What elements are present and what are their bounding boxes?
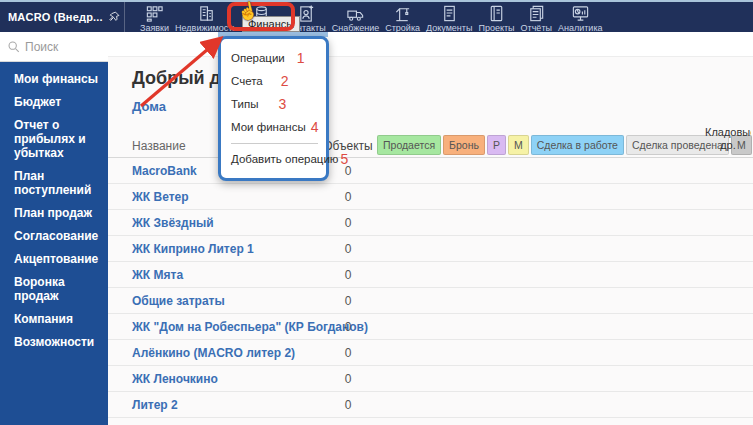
annotation-number: 2 — [281, 74, 289, 88]
top-navbar: MACRO (Внедр... Заявки Недвижимость — [0, 0, 753, 32]
sidebar-item[interactable]: Бюджет — [0, 93, 108, 111]
status-badges: Продается Бронь Р М Сделка в работе Сдел… — [377, 135, 752, 155]
annotation-number: 3 — [278, 97, 286, 111]
dropdown-menu-item[interactable]: Операции 1 — [231, 46, 326, 69]
table-row: ЖК Звёздный 0 — [108, 210, 753, 236]
sidebar-search — [0, 32, 123, 62]
reports-icon — [527, 4, 546, 23]
status-badge[interactable]: Сделка в работе — [531, 135, 624, 155]
main-nav: Заявки Недвижимость Финансы Контакты — [125, 2, 606, 32]
nav-item[interactable]: Документы — [423, 2, 475, 33]
project-link[interactable]: Алёнкино (MACRO литер 2) — [132, 346, 295, 360]
project-link[interactable]: ЖК Ветер — [132, 190, 189, 204]
grid-icon — [145, 4, 164, 23]
table-row: Литер 2 0 — [108, 392, 753, 418]
objects-count: 0 — [318, 268, 378, 282]
sidebar-item[interactable]: Отчет о прибылях и убытках — [0, 116, 108, 162]
nav-item[interactable]: Стройка — [382, 2, 423, 33]
project-link[interactable]: Литер 2 — [132, 398, 178, 412]
project-link[interactable]: ЖК Звёздный — [132, 216, 214, 230]
table-row: ЖК Ветер 0 — [108, 184, 753, 210]
brand-label: MACRO (Внедр... — [8, 11, 103, 23]
status-badge[interactable]: М — [508, 135, 529, 155]
table-header: Название Объекты Продается Бронь Р М Сде… — [108, 132, 753, 158]
dropdown-menu-item[interactable]: Добавить операцию 5 — [231, 143, 318, 170]
main-content: Добрый день Дома Название Объекты Продае… — [108, 32, 753, 425]
status-badge[interactable]: Р — [487, 135, 506, 155]
finance-dropdown-menu: Операции 1 Счета 2 Типы 3 Мои финансы 4 … — [218, 36, 329, 181]
status-badge[interactable]: Бронь — [443, 135, 485, 155]
table-row: MacroBank 0 — [108, 158, 753, 184]
app-window: MACRO (Внедр... Заявки Недвижимость — [0, 0, 753, 425]
objects-count: 0 — [318, 216, 378, 230]
table-row: ЖК Леночкино 0 — [108, 366, 753, 392]
analytics-icon — [571, 4, 590, 23]
table-body: MacroBank 0 ЖК Ветер 0 ЖК Звёздный 0 ЖК … — [108, 158, 753, 418]
objects-count: 0 — [318, 346, 378, 360]
projects-icon — [487, 4, 506, 23]
project-link[interactable]: ЖК Мята — [132, 268, 183, 282]
sidebar-item[interactable]: План продаж — [0, 204, 108, 222]
nav-item[interactable]: Отчёты — [518, 2, 555, 33]
objects-count: 0 — [318, 242, 378, 256]
project-link[interactable]: MacroBank — [132, 164, 197, 178]
building-icon — [197, 4, 216, 23]
search-icon — [7, 40, 20, 53]
project-link[interactable]: Общие затраты — [132, 294, 225, 308]
sidebar-item[interactable]: Компания — [0, 310, 108, 328]
table-row: ЖК Мята 0 — [108, 262, 753, 288]
table-row: ЖК "Дом на Робеспьера" (КР Богданов) 0 — [108, 314, 753, 340]
sidebar-item[interactable]: Воронка продаж — [0, 273, 108, 305]
sidebar-item[interactable]: Согласование — [0, 227, 108, 245]
column-header-storerooms: Кладовые др. — [705, 126, 751, 152]
objects-count: 0 — [318, 320, 378, 334]
annotation-number: 4 — [311, 120, 319, 134]
content-top-strip — [108, 32, 753, 57]
dropdown-menu-item[interactable]: Мои финансы 4 — [231, 115, 326, 138]
crane-icon — [393, 4, 412, 23]
section-link-doma[interactable]: Дома — [132, 99, 166, 114]
annotation-number: 5 — [340, 152, 348, 166]
table-row: Алёнкино (MACRO литер 2) 0 — [108, 340, 753, 366]
objects-count: 0 — [318, 398, 378, 412]
status-badge[interactable]: Продается — [377, 135, 441, 155]
sidebar-menu: Мои финансы Бюджет Отчет о прибылях и уб… — [0, 62, 108, 351]
pin-icon[interactable] — [108, 11, 120, 23]
nav-item[interactable]: Заявки — [137, 2, 172, 33]
objects-count: 0 — [318, 190, 378, 204]
objects-count: 0 — [318, 294, 378, 308]
sidebar-item[interactable]: Акцептование — [0, 250, 108, 268]
nav-item[interactable]: Аналитика — [555, 2, 606, 33]
project-link[interactable]: ЖК Леночкино — [132, 372, 218, 386]
project-link[interactable]: ЖК Киприно Литер 1 — [132, 242, 254, 256]
sidebar-item[interactable]: Возможности — [0, 333, 108, 351]
sidebar: Мои финансы Бюджет Отчет о прибылях и уб… — [0, 62, 108, 425]
table-row: ЖК Киприно Литер 1 0 — [108, 236, 753, 262]
table-row: Общие затраты 0 — [108, 288, 753, 314]
document-icon — [440, 4, 459, 23]
nav-item[interactable]: Снабжение — [329, 2, 383, 33]
column-header-name: Название — [132, 139, 186, 153]
objects-count: 0 — [318, 372, 378, 386]
dropdown-menu-item[interactable]: Типы 3 — [231, 92, 326, 115]
annotation-number: 1 — [297, 51, 305, 65]
dropdown-menu-item[interactable]: Счета 2 — [231, 69, 326, 92]
nav-item[interactable]: Проекты — [475, 2, 517, 33]
truck-icon — [346, 4, 365, 23]
brand-menu[interactable]: MACRO (Внедр... — [0, 2, 125, 32]
search-input[interactable] — [25, 40, 111, 54]
sidebar-item[interactable]: Мои финансы — [0, 70, 108, 88]
sidebar-item[interactable]: План поступлений — [0, 167, 108, 199]
